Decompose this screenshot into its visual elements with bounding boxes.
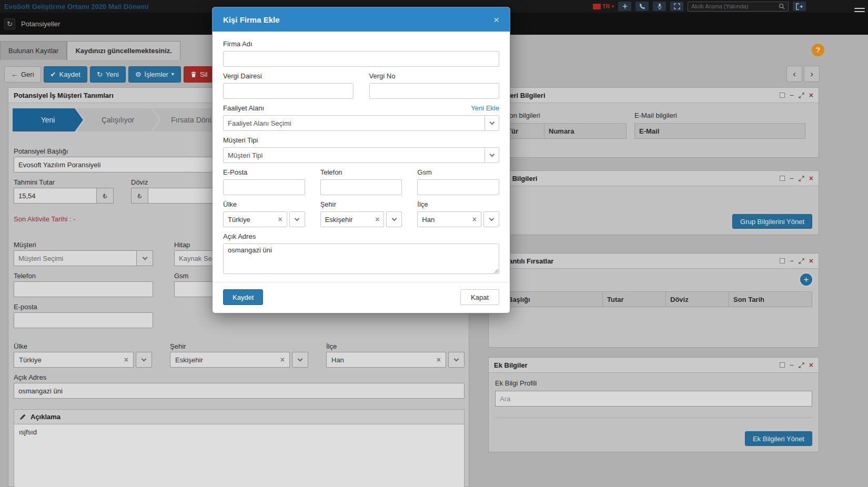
dialog-body: Firma Adı Vergi Dairesi Vergi No Faaliye… bbox=[213, 32, 510, 282]
ulke-value: Türkiye bbox=[228, 216, 250, 224]
vergi-no-label: Vergi No bbox=[369, 72, 500, 80]
close-icon[interactable]: × bbox=[493, 15, 499, 25]
telefon-label: Telefon bbox=[320, 168, 402, 176]
modal-acik-adres-textarea[interactable]: osmangazi üni bbox=[223, 244, 499, 274]
chevron-down-icon[interactable] bbox=[386, 211, 402, 227]
modal-gsm-input[interactable] bbox=[417, 179, 499, 195]
sehir-label: Şehir bbox=[320, 200, 402, 208]
remove-tag-icon[interactable]: × bbox=[278, 215, 282, 224]
yeni-ekle-link[interactable]: Yeni Ekle bbox=[471, 104, 499, 112]
dialog-header: Kişi Firma Ekle × bbox=[213, 7, 510, 32]
chevron-down-icon[interactable] bbox=[483, 211, 499, 227]
firma-adi-input[interactable] bbox=[223, 51, 499, 67]
musteri-tipi-select[interactable]: Müşteri Tipi bbox=[223, 147, 499, 163]
faaliyet-alani-select[interactable]: Faaliyet Alanı Seçimi bbox=[223, 115, 499, 131]
modal-close-button[interactable]: Kapat bbox=[460, 289, 499, 305]
modal-eposta-input[interactable] bbox=[223, 179, 305, 195]
musteri-tipi-label: Müşteri Tipi bbox=[223, 136, 499, 144]
modal-ulke-select[interactable]: Türkiye × bbox=[223, 211, 305, 227]
dialog-title: Kişi Firma Ekle bbox=[223, 15, 280, 24]
remove-tag-icon[interactable]: × bbox=[472, 215, 477, 224]
modal-telefon-input[interactable] bbox=[320, 179, 402, 195]
remove-tag-icon[interactable]: × bbox=[375, 215, 379, 224]
modal-ilce-select[interactable]: Han × bbox=[417, 211, 499, 227]
vergi-dairesi-input[interactable] bbox=[223, 83, 354, 99]
kisi-firma-ekle-dialog: Kişi Firma Ekle × Firma Adı Vergi Daires… bbox=[212, 7, 510, 313]
ulke-label: Ülke bbox=[223, 200, 305, 208]
ilce-label: İlçe bbox=[417, 200, 499, 208]
firma-adi-label: Firma Adı bbox=[223, 40, 499, 48]
chevron-down-icon bbox=[485, 148, 499, 163]
modal-sehir-select[interactable]: Eskişehir × bbox=[320, 211, 402, 227]
modal-save-button[interactable]: Kaydet bbox=[223, 289, 263, 305]
vergi-no-input[interactable] bbox=[369, 83, 500, 99]
application-window: EvoSoft Geliştirme Ortamı 2020 Mali Döne… bbox=[0, 0, 868, 487]
sehir-value: Eskişehir bbox=[325, 216, 353, 224]
faaliyet-alani-label: Faaliyet Alanı bbox=[223, 104, 264, 112]
faaliyet-alani-value: Faaliyet Alanı Seçimi bbox=[224, 116, 485, 130]
ilce-value: Han bbox=[422, 216, 435, 224]
chevron-down-icon bbox=[485, 116, 499, 130]
dialog-footer: Kaydet Kapat bbox=[213, 282, 510, 313]
musteri-tipi-value: Müşteri Tipi bbox=[224, 148, 485, 163]
acik-adres-label: Açık Adres bbox=[223, 232, 499, 240]
eposta-label: E-Posta bbox=[223, 168, 305, 176]
chevron-down-icon[interactable] bbox=[289, 211, 305, 227]
vergi-dairesi-label: Vergi Dairesi bbox=[223, 72, 354, 80]
gsm-label: Gsm bbox=[417, 168, 499, 176]
